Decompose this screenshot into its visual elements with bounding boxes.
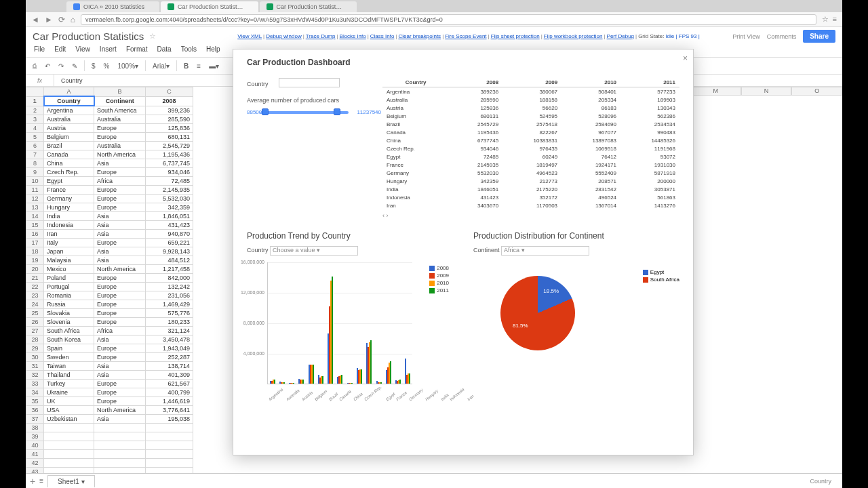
align-button[interactable]: ≡: [195, 61, 202, 71]
trend-chart-title: Production Trend by Country: [247, 231, 453, 241]
fx-icon: fx: [26, 75, 54, 86]
dist-chart-title: Production Distribution for Continent: [473, 231, 679, 241]
range-slider[interactable]: 88500 11237540: [247, 108, 362, 117]
doc-title[interactable]: Car Production Statistics: [33, 30, 144, 42]
col-header[interactable]: M: [690, 87, 741, 96]
menu-data[interactable]: Data: [157, 45, 172, 53]
share-button[interactable]: Share: [803, 30, 835, 43]
browser-tab[interactable]: Car Production Statist…: [260, 1, 357, 12]
table-pager[interactable]: ‹ ›: [382, 212, 679, 219]
formula-input[interactable]: Country: [54, 77, 83, 84]
redo-icon[interactable]: ↷: [57, 61, 65, 71]
modal-title: Car Production Dashboard: [233, 49, 693, 71]
footer-status: Country: [810, 478, 838, 485]
menu-insert[interactable]: Insert: [100, 45, 117, 53]
currency-button[interactable]: $: [90, 61, 97, 71]
col-header[interactable]: N: [741, 87, 792, 96]
print-icon[interactable]: ⎙: [31, 61, 38, 71]
slider-thumb-max[interactable]: [334, 108, 340, 115]
dev-links: View XML | Debug window | Trace Dump | B…: [237, 33, 700, 39]
continent-select[interactable]: Africa ▾: [501, 246, 589, 256]
printview-link[interactable]: Print View: [732, 33, 760, 40]
trend-bar-chart: 16,000,000 12,000,000 8,000,000 4,000,00…: [267, 262, 412, 384]
bold-button[interactable]: B: [182, 61, 190, 71]
forward-icon[interactable]: ►: [45, 15, 53, 24]
pie-legend: Egypt South Africa: [643, 269, 679, 284]
chart-legend: 2008 2009 2010 2011: [429, 265, 449, 295]
add-sheet-icon[interactable]: +: [30, 476, 35, 487]
reload-icon[interactable]: ⟳: [58, 15, 65, 24]
menu-view[interactable]: View: [75, 45, 90, 53]
zoom-select[interactable]: 100% ▾: [116, 61, 140, 71]
font-select[interactable]: Arial ▾: [151, 61, 171, 71]
trend-country-select[interactable]: Choose a value ▾: [270, 246, 358, 256]
filter-country-input[interactable]: [279, 78, 340, 87]
fill-color-icon[interactable]: ▬▾: [208, 61, 220, 71]
dashboard-modal: × Car Production Dashboard Country Avera…: [233, 49, 694, 455]
sheet-tab[interactable]: Sheet1 ▾: [47, 475, 94, 487]
paint-icon[interactable]: ✎: [71, 61, 79, 71]
menu-tools[interactable]: Tools: [181, 45, 197, 53]
comments-button[interactable]: Comments: [767, 33, 797, 40]
dashboard-table: Country2008200920102011 Argentina3892363…: [382, 78, 679, 209]
menu-format[interactable]: Format: [126, 45, 148, 53]
col-header[interactable]: O: [791, 87, 842, 96]
browser-tabs: OICA » 2010 Statistics Car Production St…: [26, 0, 842, 12]
filter-country-label: Country: [247, 81, 277, 87]
undo-icon[interactable]: ↶: [43, 61, 52, 71]
menu-file[interactable]: File: [34, 45, 45, 53]
address-bar: ◄ ► ⟳ ⌂ ☆ ≡: [26, 12, 842, 27]
menu-edit[interactable]: Edit: [54, 45, 66, 53]
pie-chart: 18.5% 81.5% Egypt South Africa: [473, 276, 679, 398]
browser-tab-active[interactable]: Car Production Statist…: [161, 1, 258, 12]
percent-button[interactable]: %: [102, 61, 111, 71]
slider-thumb-min[interactable]: [262, 108, 269, 115]
browser-tab[interactable]: OICA » 2010 Statistics: [66, 1, 159, 12]
sheet-tab-bar: + ≡ Sheet1 ▾ Country: [26, 473, 842, 488]
avg-label: Average number of produced cars: [247, 97, 362, 104]
menu-icon[interactable]: ≡: [833, 15, 837, 24]
doc-star-icon[interactable]: ☆: [149, 32, 156, 41]
close-icon[interactable]: ×: [683, 54, 688, 63]
menu-help[interactable]: Help: [206, 45, 220, 53]
back-icon[interactable]: ◄: [31, 15, 39, 24]
all-sheets-icon[interactable]: ≡: [39, 477, 43, 485]
star-icon[interactable]: ☆: [822, 15, 829, 24]
home-icon[interactable]: ⌂: [71, 15, 75, 24]
url-input[interactable]: [81, 14, 816, 25]
